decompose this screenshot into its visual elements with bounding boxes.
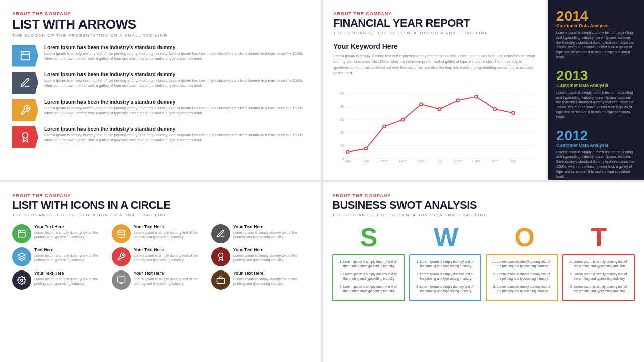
svg-point-26 [346,151,349,154]
circle-icon-5 [211,247,230,266]
icon-heading-7: Your Text Here [134,270,209,276]
svg-point-42 [21,279,23,282]
icon-heading-2: Your Text Here [233,224,309,229]
svg-text:Nine: Nine [491,160,498,163]
svg-text:One: One [345,160,351,163]
chart-svg: 0 10 20 30 40 50 One Two Three Four Five [333,81,536,166]
svg-rect-36 [18,230,25,237]
icon-item-0: Your Text Here Lorem ipsum is simply dum… [12,224,110,243]
arrow-item-0: Lorem Ipsum has been the industry's stan… [12,45,309,67]
icon-body-4: Lorem ipsum is simply dummy text of the … [134,253,209,262]
circle-icon-2 [211,224,230,243]
icon-item-5: Your Text Here Lorem ipsum is simply dum… [211,247,309,266]
icon-item-8: Your Text Here Lorem ipsum is simply dum… [211,270,309,290]
icon-text-2: Your Text Here Lorem ipsum is simply dum… [233,224,309,239]
icon-text-3: Text Here Lorem ipsum is simply dummy te… [34,247,110,262]
icon-heading-3: Text Here [34,247,110,252]
arrow-box-1 [12,72,38,94]
icon-heading-1: Your Text Here [134,224,209,229]
svg-rect-43 [118,277,125,282]
arrow-item-3: Lorem Ipsum has been the industry's stan… [12,126,309,148]
icon-heading-4: Your Text Here [134,247,209,252]
arrow-heading-2: Lorem Ipsum has been the industry's stan… [44,99,309,105]
icon-text-1: Your Text Here Lorem ipsum is simply dum… [134,224,209,239]
panel-title: LISIT WITH ICONS IN A CIRCLE [12,199,309,211]
arrow-box-3 [12,126,38,148]
sidebar-entries: 2014 Customer Data Analysis Lorem Ipsum … [556,9,636,180]
panel-icons-circle: ABOUT THE COMPANY LISIT WITH ICONS IN A … [0,182,321,362]
icon-text-0: Your Text Here Lorem ipsum is simply dum… [34,224,110,239]
about-label: ABOUT THE COMPANY [333,11,536,16]
svg-point-27 [365,147,368,150]
swot-item-S-2: Lorem ipsum is simply dummy text of the … [343,284,400,293]
swot-col-T: Lorem ipsum is simply dummy text of the … [562,254,635,301]
circle-icon-4 [112,247,131,266]
svg-point-31 [438,108,441,111]
arrow-heading-1: Lorem Ipsum has been the industry's stan… [44,72,309,77]
icon-body-0: Lorem ipsum is simply dummy text of the … [34,230,110,239]
swot-item-T-0: Lorem ipsum is simply dummy text of the … [574,259,630,268]
swot-item-S-0: Lorem ipsum is simply dummy text of the … [343,259,400,268]
about-label: ABOUT THE COMPANY [12,11,309,16]
sidebar-year-2: 2012 [556,129,636,143]
icon-item-6: Your Text Here Lorem ipsum is simply dum… [12,270,110,290]
arrow-heading-3: Lorem Ipsum has been the industry's stan… [44,126,309,132]
svg-point-32 [456,99,459,102]
icon-item-2: Your Text Here Lorem ipsum is simply dum… [211,224,309,243]
panel-title: LIST WITH ARROWS [12,17,309,32]
svg-text:Six: Six [437,160,442,163]
swot-item-S-1: Lorem ipsum is simply dummy text of the … [343,272,400,281]
about-label: ABOUT THE COMPANY [332,193,635,198]
keyword-body: Lorem Ipsum is simply dummy text of the … [333,53,536,76]
icon-body-3: Lorem ipsum is simply dummy text of the … [34,253,110,262]
icons-grid: Your Text Here Lorem ipsum is simply dum… [12,224,309,290]
svg-text:Eight: Eight [472,160,480,164]
sidebar-body-2: Lorem Ipsum is simply dummy text of the … [556,150,636,179]
svg-point-41 [219,253,223,258]
arrow-heading-0: Lorem Ipsum has been the industry's stan… [44,45,309,50]
svg-point-35 [512,112,515,115]
panel-financial: ABOUT THE COMPANY FINANCIAL YEAR REPORT … [323,0,546,180]
svg-text:Seven: Seven [453,160,463,163]
arrow-box-2 [12,99,38,121]
sidebar-body-0: Lorem Ipsum is simply dummy text of the … [556,30,636,60]
icon-item-4: Your Text Here Lorem ipsum is simply dum… [112,247,209,266]
panel-tagline: THE SLOGAN OF THE PRESENTATION OR A SMAL… [332,213,635,217]
arrow-text-2: Lorem Ipsum has been the industry's stan… [44,99,309,116]
panel-list-arrows: ABOUT THE COMPANY LIST WITH ARROWS THE S… [0,0,321,180]
sidebar-body-1: Lorem Ipsum is simply dummy text of the … [556,90,636,120]
sidebar-entry-2: 2012 Customer Data Analysis Lorem Ipsum … [556,129,636,179]
arrow-text-1: Lorem Ipsum has been the industry's stan… [44,72,309,89]
svg-point-3 [23,132,28,138]
keyword-heading: Your Keyword Here [333,42,536,50]
sidebar-entry-0: 2014 Customer Data Analysis Lorem Ipsum … [556,9,636,60]
svg-text:0: 0 [342,157,344,161]
circle-icon-1 [112,224,131,243]
icon-item-3: Text Here Lorem ipsum is simply dummy te… [12,247,110,266]
svg-text:40: 40 [340,104,344,109]
svg-text:20: 20 [340,130,344,135]
svg-text:10: 10 [340,143,344,148]
svg-rect-0 [21,51,30,60]
panel-tagline: THE SLOGAN OF THE PRESENTATION OR A SMAL… [12,33,309,38]
panel-tagline: THE SLOGAN OF THE PRESENTATION OR A SMAL… [12,213,309,217]
panel-swot: ABOUT THE COMPANY BUSINESS SWOT ANALYSIS… [323,182,644,362]
svg-text:Three: Three [380,160,389,163]
circle-icon-0 [12,224,31,243]
swot-letter-W: W [434,224,458,250]
icon-body-7: Lorem ipsum is simply dummy text of the … [134,277,209,286]
circle-icon-7 [112,270,131,290]
icon-body-6: Lorem ipsum is simply dummy text of the … [34,277,110,286]
icon-text-4: Your Text Here Lorem ipsum is simply dum… [134,247,209,262]
panel-tagline: THE SLOGAN OF THE PRESENTATION OR A SMAL… [333,31,536,35]
arrow-text-0: Lorem Ipsum has been the industry's stan… [44,45,309,62]
line-chart: 0 10 20 30 40 50 One Two Three Four Five [333,81,536,166]
svg-text:Ten: Ten [510,160,516,163]
swot-item-T-2: Lorem ipsum is simply dummy text of the … [574,284,630,293]
swot-item-T-1: Lorem ipsum is simply dummy text of the … [574,272,630,281]
swot-letter-T: T [591,224,607,250]
icon-text-7: Your Text Here Lorem ipsum is simply dum… [134,270,209,286]
sidebar-year-0: 2014 [556,9,636,23]
swot-col-W: Lorem ipsum is simply dummy text of the … [409,254,482,301]
svg-point-34 [493,108,496,111]
